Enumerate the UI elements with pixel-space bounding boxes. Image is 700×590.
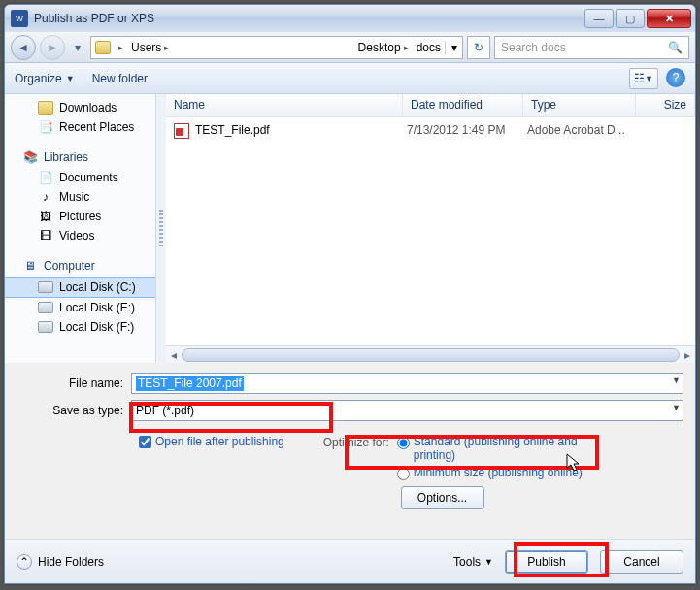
optimize-label: Optimize for: — [323, 435, 389, 449]
main-area: Downloads 📑Recent Places 📚Libraries 📄Doc… — [5, 94, 695, 363]
save-type-label: Save as type: — [17, 404, 131, 417]
title-bar: W Publish as PDF or XPS — ▢ ✕ — [5, 5, 695, 32]
save-form: File name: TEST_File 2007.pdf ▼ Save as … — [5, 363, 695, 517]
minimize-button[interactable]: — — [584, 9, 614, 28]
crumb-desktop[interactable]: Desktop — [358, 41, 401, 54]
tree-pictures[interactable]: 🖼Pictures — [5, 207, 155, 226]
folder-icon — [38, 101, 53, 115]
drive-icon — [38, 302, 53, 313]
nav-tree: Downloads 📑Recent Places 📚Libraries 📄Doc… — [5, 94, 156, 363]
dialog-publish: W Publish as PDF or XPS — ▢ ✕ ◄ ► ▾ ▸ Us… — [4, 4, 696, 584]
videos-icon: 🎞 — [38, 229, 53, 243]
scroll-right-button[interactable]: ▸ — [680, 346, 695, 364]
drive-icon — [38, 281, 53, 293]
music-icon: ♪ — [38, 190, 53, 204]
hide-folders-button[interactable]: ⌃ Hide Folders — [17, 554, 104, 570]
options-button[interactable]: Options... — [401, 486, 484, 509]
file-date: 7/13/2012 1:49 PM — [407, 123, 527, 139]
scroll-thumb[interactable] — [182, 348, 680, 362]
optimize-minimum-input[interactable] — [397, 468, 410, 480]
file-name-dropdown[interactable]: ▼ — [672, 376, 681, 385]
save-type-value: PDF (*.pdf) — [136, 404, 194, 417]
file-name-input[interactable]: TEST_File 2007.pdf ▼ — [131, 373, 683, 394]
breadcrumb[interactable]: ▸ Users ▸ Desktop ▸ docs ▾ — [90, 36, 463, 59]
libraries-icon: 📚 — [22, 150, 38, 164]
close-button[interactable]: ✕ — [647, 9, 691, 28]
recent-locations-dropdown[interactable]: ▾ — [69, 37, 86, 58]
file-list: Name Date modified Type Size TEST_File.p… — [166, 94, 695, 363]
pdf-icon — [174, 123, 189, 139]
documents-icon: 📄 — [38, 171, 53, 184]
pictures-icon: 🖼 — [38, 210, 53, 223]
tree-computer[interactable]: 🖥Computer — [5, 255, 155, 277]
tree-documents[interactable]: 📄Documents — [5, 168, 155, 187]
optimize-standard-label[interactable]: Standard (publishing online and printing… — [414, 435, 588, 462]
tree-libraries[interactable]: 📚Libraries — [5, 147, 155, 168]
drive-icon — [38, 321, 53, 333]
open-after-checkbox[interactable]: Open file after publishing — [139, 435, 284, 448]
folder-icon — [95, 41, 111, 54]
file-type: Adobe Acrobat D... — [527, 123, 640, 139]
search-placeholder: Search docs — [501, 41, 566, 54]
tree-drive-f[interactable]: Local Disk (F:) — [5, 317, 155, 337]
window-title: Publish as PDF or XPS — [34, 12, 584, 25]
col-size[interactable]: Size — [636, 94, 695, 116]
refresh-button[interactable]: ↻ — [467, 36, 490, 59]
breadcrumb-dropdown[interactable]: ▾ — [445, 41, 462, 54]
maximize-button[interactable]: ▢ — [616, 9, 645, 28]
file-row[interactable]: TEST_File.pdf 7/13/2012 1:49 PM Adobe Ac… — [166, 117, 695, 145]
tree-recent-places[interactable]: 📑Recent Places — [5, 117, 155, 137]
search-box[interactable]: Search docs 🔍 — [494, 36, 689, 59]
scroll-left-button[interactable]: ◂ — [166, 346, 182, 364]
crumb-docs[interactable]: docs — [417, 41, 441, 54]
search-icon: 🔍 — [668, 41, 683, 54]
optimize-minimum-radio[interactable]: Minimum size (publishing online) — [397, 466, 588, 480]
file-name-value: TEST_File 2007.pdf — [136, 376, 244, 391]
computer-icon: 🖥 — [22, 259, 38, 273]
optimize-standard-input[interactable] — [397, 437, 410, 449]
word-app-icon: W — [11, 10, 28, 27]
tools-menu[interactable]: Tools ▼ — [453, 555, 493, 569]
tree-music[interactable]: ♪Music — [5, 187, 155, 207]
tree-downloads[interactable]: Downloads — [5, 98, 155, 117]
back-button[interactable]: ◄ — [11, 35, 36, 60]
horizontal-scrollbar[interactable]: ◂ ▸ — [166, 345, 695, 363]
crumb-users[interactable]: Users — [131, 41, 161, 54]
tree-videos[interactable]: 🎞Videos — [5, 226, 155, 246]
col-date[interactable]: Date modified — [403, 94, 523, 116]
file-name-label: File name: — [17, 377, 131, 390]
file-name: TEST_File.pdf — [195, 123, 407, 139]
open-after-input[interactable] — [139, 436, 151, 448]
column-headers: Name Date modified Type Size — [166, 94, 695, 117]
save-type-select[interactable]: PDF (*.pdf) ▼ — [131, 400, 683, 421]
splitter-handle[interactable] — [156, 94, 166, 363]
tree-drive-c[interactable]: Local Disk (C:) — [5, 277, 155, 298]
new-folder-button[interactable]: New folder — [92, 72, 148, 85]
cancel-button[interactable]: Cancel — [600, 550, 683, 574]
toolbar: Organize ▼ New folder ☷ ▼ ? — [5, 63, 695, 94]
chevron-up-icon: ⌃ — [17, 554, 32, 570]
help-button[interactable]: ? — [666, 68, 685, 87]
save-type-dropdown[interactable]: ▼ — [672, 403, 681, 412]
dialog-footer: ⌃ Hide Folders Tools ▼ Publish Cancel — [5, 539, 695, 583]
optimize-standard-radio[interactable]: Standard (publishing online and printing… — [397, 435, 588, 462]
forward-button[interactable]: ► — [40, 35, 65, 60]
col-type[interactable]: Type — [523, 94, 636, 116]
tree-drive-e[interactable]: Local Disk (E:) — [5, 298, 155, 317]
col-name[interactable]: Name — [166, 94, 403, 116]
open-after-label[interactable]: Open file after publishing — [155, 435, 284, 448]
view-options-button[interactable]: ☷ ▼ — [629, 68, 658, 89]
optimize-minimum-label[interactable]: Minimum size (publishing online) — [414, 466, 583, 479]
publish-button[interactable]: Publish — [505, 550, 588, 574]
recent-icon: 📑 — [38, 120, 53, 134]
nav-row: ◄ ► ▾ ▸ Users ▸ Desktop ▸ docs ▾ ↻ Searc… — [5, 32, 695, 63]
organize-menu[interactable]: Organize ▼ — [15, 72, 75, 85]
